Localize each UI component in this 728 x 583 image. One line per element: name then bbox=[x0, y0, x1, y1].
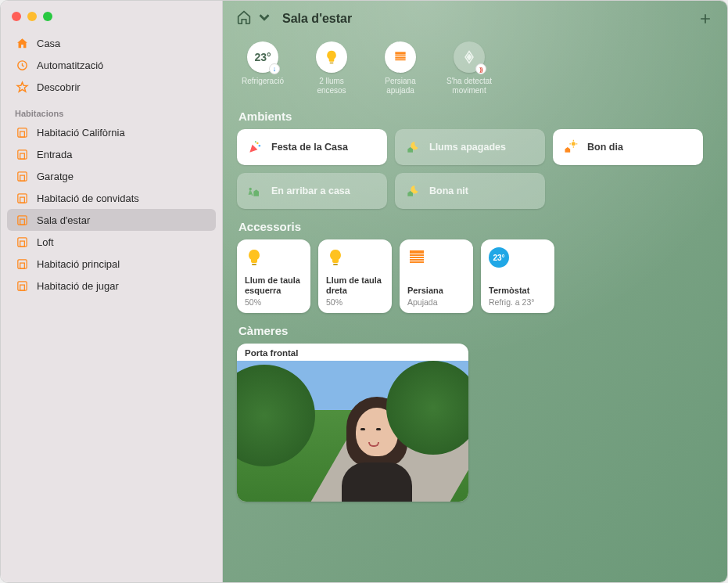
camera-tile[interactable]: Porta frontal bbox=[237, 344, 468, 502]
home-icon bbox=[15, 36, 29, 50]
sidebar-room-item[interactable]: Garatge bbox=[7, 165, 216, 187]
svg-rect-3 bbox=[17, 149, 26, 158]
nav-label: Descobrir bbox=[37, 81, 81, 93]
status-tile-bulb[interactable]: 2 llums encesos bbox=[306, 41, 357, 95]
svg-rect-1 bbox=[17, 128, 26, 136]
scene-tile[interactable]: Llums apagades bbox=[395, 129, 545, 165]
blind-icon bbox=[385, 41, 416, 73]
accessories-title: Accessoris bbox=[238, 220, 713, 233]
sidebar-room-item[interactable]: Habitació principal bbox=[7, 253, 216, 275]
moon-home-icon bbox=[404, 139, 421, 156]
accessory-name: Llum de taula esquerra bbox=[245, 275, 303, 296]
room-icon bbox=[15, 169, 29, 183]
toolbar: Sala d'estar bbox=[223, 1, 727, 37]
scene-tile[interactable]: Bon dia bbox=[553, 129, 703, 165]
svg-point-24 bbox=[255, 141, 256, 142]
star-icon bbox=[15, 80, 29, 94]
room-label: Habitació de jugar bbox=[37, 280, 119, 292]
scene-tile[interactable]: Bona nit bbox=[395, 173, 545, 209]
bulb-icon bbox=[326, 247, 384, 268]
scene-tile[interactable]: En arribar a casa bbox=[237, 173, 387, 209]
content: 23°Refrigeració2 llums encesosPersiana a… bbox=[223, 37, 727, 516]
svg-rect-15 bbox=[17, 281, 26, 290]
sun-home-icon bbox=[562, 139, 579, 156]
sidebar-room-item[interactable]: Entrada bbox=[7, 143, 216, 165]
accessory-tile[interactable]: 23°TermòstatRefrig. a 23° bbox=[481, 239, 554, 313]
accessory-status: Refrig. a 23° bbox=[489, 297, 547, 307]
sidebar-room-item[interactable]: Habitació de convidats bbox=[7, 187, 216, 209]
blind-icon bbox=[407, 247, 465, 268]
status-tile-temp[interactable]: 23°Refrigeració bbox=[237, 41, 289, 95]
scene-label: Bon dia bbox=[587, 142, 623, 153]
svg-rect-11 bbox=[17, 237, 26, 246]
chevron-down-icon bbox=[256, 9, 273, 29]
home-outline-icon bbox=[235, 9, 253, 29]
svg-rect-6 bbox=[20, 175, 24, 181]
room-icon bbox=[15, 213, 29, 227]
nav-item-discover[interactable]: Descobrir bbox=[7, 76, 216, 98]
scenes-title: Ambients bbox=[238, 110, 713, 123]
room-icon bbox=[15, 191, 29, 205]
sidebar: Casa Automatització Descobrir Habitacion… bbox=[1, 1, 223, 582]
accessory-status: Apujada bbox=[407, 297, 465, 307]
room-picker-button[interactable] bbox=[235, 9, 273, 29]
status-caption: Persiana apujada bbox=[375, 77, 426, 95]
accessory-tile[interactable]: Llum de taula dreta50% bbox=[318, 239, 392, 313]
nav-item-home[interactable]: Casa bbox=[7, 32, 216, 54]
status-tile-blind[interactable]: Persiana apujada bbox=[375, 41, 426, 95]
room-icon bbox=[15, 235, 29, 249]
scene-grid: Festa de la CasaLlums apagadesBon diaEn … bbox=[237, 129, 713, 209]
scene-tile[interactable]: Festa de la Casa bbox=[237, 129, 387, 165]
sidebar-room-item[interactable]: Habitació de jugar bbox=[7, 275, 216, 297]
window-controls bbox=[1, 7, 222, 32]
svg-rect-7 bbox=[17, 193, 26, 202]
svg-rect-4 bbox=[20, 153, 24, 159]
room-label: Garatge bbox=[37, 171, 74, 182]
scene-label: Festa de la Casa bbox=[271, 142, 348, 153]
svg-rect-18 bbox=[395, 52, 405, 54]
svg-rect-12 bbox=[20, 241, 24, 247]
sidebar-room-item[interactable]: Loft bbox=[7, 231, 216, 253]
nav-label: Casa bbox=[37, 38, 60, 49]
accessory-name: Llum de taula dreta bbox=[326, 275, 384, 296]
close-window-button[interactable] bbox=[12, 12, 21, 21]
svg-rect-2 bbox=[20, 131, 24, 137]
svg-rect-31 bbox=[252, 264, 256, 265]
room-icon bbox=[15, 257, 29, 271]
nav-item-automation[interactable]: Automatització bbox=[7, 54, 216, 76]
minimize-window-button[interactable] bbox=[27, 12, 37, 21]
maximize-window-button[interactable] bbox=[43, 12, 52, 21]
accessory-tile[interactable]: Llum de taula esquerra50% bbox=[237, 239, 310, 313]
nav-label: Automatització bbox=[37, 59, 103, 71]
sidebar-room-item[interactable]: Habitació Califòrnia bbox=[7, 121, 216, 143]
room-label: Habitació principal bbox=[37, 258, 120, 270]
room-label: Sala d'estar bbox=[37, 214, 90, 226]
accessory-tile[interactable]: PersianaApujada bbox=[400, 239, 473, 313]
status-badge bbox=[269, 63, 280, 74]
page-title: Sala d'estar bbox=[282, 12, 352, 26]
svg-rect-14 bbox=[20, 263, 24, 268]
app-window: Casa Automatització Descobrir Habitacion… bbox=[0, 0, 728, 583]
status-tile-motion[interactable]: S'ha detectat moviment bbox=[443, 41, 495, 95]
room-label: Habitació de convidats bbox=[37, 193, 139, 204]
nav-top: Casa Automatització Descobrir bbox=[1, 32, 222, 98]
room-label: Entrada bbox=[37, 149, 73, 160]
accessory-name: Termòstat bbox=[489, 286, 547, 296]
svg-rect-8 bbox=[20, 197, 24, 203]
camera-label: Porta frontal bbox=[237, 344, 468, 361]
svg-rect-17 bbox=[330, 63, 334, 64]
svg-rect-9 bbox=[17, 215, 26, 224]
accessory-grid: Llum de taula esquerra50%Llum de taula d… bbox=[237, 239, 713, 313]
status-caption: S'ha detectat moviment bbox=[443, 77, 495, 95]
status-caption: 2 llums encesos bbox=[306, 77, 357, 95]
room-label: Loft bbox=[37, 236, 54, 248]
room-icon bbox=[15, 147, 29, 161]
add-button[interactable] bbox=[696, 9, 715, 28]
main-panel: Sala d'estar 23°Refrigeració2 llums ence… bbox=[223, 1, 727, 582]
rooms-header: Habitacions bbox=[1, 98, 222, 121]
cameras-title: Càmeres bbox=[238, 324, 713, 337]
status-caption: Refrigeració bbox=[242, 77, 284, 86]
status-row: 23°Refrigeració2 llums encesosPersiana a… bbox=[237, 41, 713, 95]
sidebar-room-item[interactable]: Sala d'estar bbox=[7, 209, 216, 231]
motion-icon bbox=[454, 41, 485, 73]
